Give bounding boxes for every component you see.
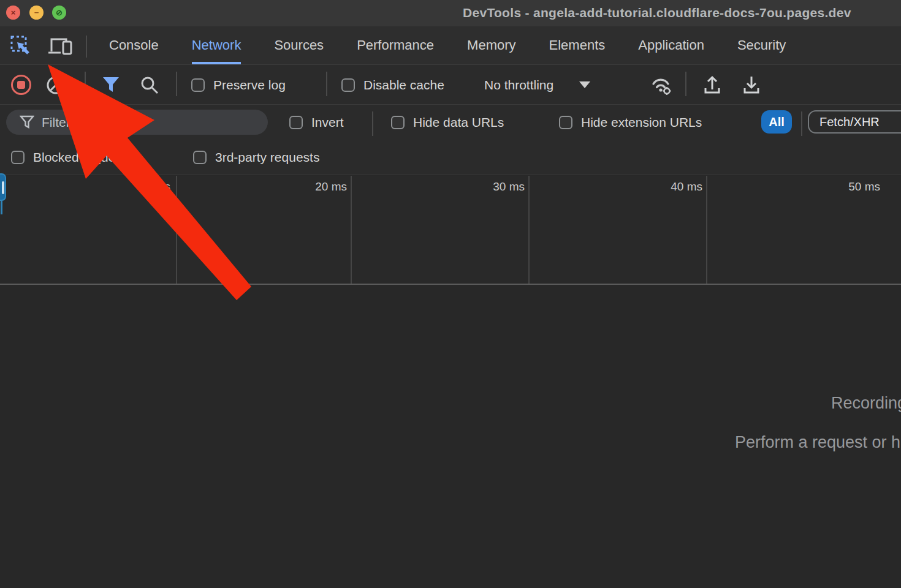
filter-toggle-button[interactable]: [99, 65, 123, 105]
preserve-log-checkbox-item: Preserve log: [191, 78, 286, 92]
throttling-value: No throttling: [484, 78, 553, 92]
tab-console[interactable]: Console: [109, 26, 159, 64]
timeline-gridline: [351, 176, 352, 284]
preserve-log-label: Preserve log: [213, 78, 286, 92]
network-filter-row: Invert Hide data URLs Hide extension URL…: [0, 105, 901, 140]
toolbar-separator: [685, 72, 686, 96]
inspect-element-button[interactable]: [7, 34, 34, 58]
timeline-tick-label: 40 ms: [635, 180, 702, 194]
blocked-requests-checkbox[interactable]: [11, 151, 25, 164]
filter-row-separator: [372, 111, 373, 136]
tab-application[interactable]: Application: [638, 26, 704, 64]
filter-funnel-icon: [101, 75, 121, 95]
recording-status-text: Recording network activity…: [831, 394, 901, 413]
export-har-button[interactable]: [738, 65, 765, 105]
blocked-requests-checkbox-item: Blocked requests: [11, 150, 132, 165]
network-overview-timeline[interactable]: 10 ms 20 ms 30 ms 40 ms 50 ms: [0, 176, 901, 285]
invert-checkbox[interactable]: [289, 116, 303, 129]
tab-security[interactable]: Security: [737, 26, 786, 64]
third-party-requests-checkbox-item: 3rd-party requests: [193, 150, 319, 165]
request-type-fetch-xhr-button[interactable]: Fetch/XHR: [808, 110, 901, 134]
timeline-tick-label: 30 ms: [457, 180, 525, 194]
record-icon: [10, 74, 32, 96]
clear-network-log-button[interactable]: [44, 65, 67, 105]
close-window-icon[interactable]: ×: [6, 6, 20, 20]
toolbar-separator: [176, 72, 177, 96]
overview-drag-handle[interactable]: [0, 173, 6, 201]
third-party-requests-label: 3rd-party requests: [215, 150, 319, 165]
device-toolbar-button[interactable]: [47, 34, 74, 58]
device-toolbar-icon: [47, 35, 73, 57]
hide-data-urls-checkbox[interactable]: [391, 116, 405, 129]
disable-cache-label: Disable cache: [363, 78, 444, 92]
disable-cache-checkbox-item: Disable cache: [341, 78, 444, 92]
inspect-cursor-icon: [9, 35, 32, 57]
search-button[interactable]: [137, 65, 162, 105]
network-options-row: Blocked requests 3rd-party requests: [0, 140, 901, 175]
tab-elements[interactable]: Elements: [549, 26, 606, 64]
timeline-gridline: [528, 176, 530, 284]
timeline-tick-label: 10 ms: [103, 180, 170, 194]
throttling-select[interactable]: No throttling: [484, 65, 590, 105]
timeline-gridline: [706, 176, 707, 284]
network-toolbar: Preserve log Disable cache No throttling: [0, 65, 901, 105]
tab-network[interactable]: Network: [192, 26, 241, 64]
window-title: DevTools - angela-add-tutorial.cloudflar…: [463, 6, 851, 20]
toolbar-separator: [85, 72, 86, 96]
network-conditions-icon: [648, 74, 675, 97]
blocked-requests-label: Blocked requests: [33, 150, 132, 165]
window-titlebar: × − ⊘ DevTools - angela-add-tutorial.clo…: [0, 0, 901, 26]
import-har-button[interactable]: [699, 65, 726, 105]
filter-input[interactable]: [42, 115, 226, 130]
filter-funnel-outline-icon: [20, 115, 34, 130]
network-conditions-button[interactable]: [647, 65, 677, 105]
tab-sources[interactable]: Sources: [274, 26, 324, 64]
disable-cache-checkbox[interactable]: [341, 78, 355, 92]
timeline-tick-label: 20 ms: [279, 180, 347, 194]
hide-extension-urls-checkbox[interactable]: [559, 116, 572, 129]
filter-input-container: [6, 110, 268, 135]
record-network-log-button[interactable]: [9, 65, 32, 105]
hide-extension-urls-label: Hide extension URLs: [581, 115, 702, 130]
third-party-requests-checkbox[interactable]: [193, 151, 207, 164]
request-type-all-button[interactable]: All: [761, 110, 792, 134]
preserve-log-checkbox[interactable]: [191, 78, 205, 92]
tab-performance[interactable]: Performance: [357, 26, 434, 64]
invert-checkbox-item: Invert: [289, 115, 344, 130]
clear-icon: [45, 75, 66, 96]
chevron-down-icon: [579, 81, 590, 88]
zoom-window-icon[interactable]: ⊘: [52, 6, 66, 20]
download-icon: [742, 75, 761, 96]
tabbar-separator: [86, 36, 87, 58]
hide-data-urls-checkbox-item: Hide data URLs: [391, 115, 504, 130]
toolbar-separator: [326, 72, 327, 96]
upload-icon: [702, 75, 722, 96]
search-icon: [139, 75, 160, 96]
hide-extension-urls-checkbox-item: Hide extension URLs: [559, 115, 702, 130]
hide-data-urls-label: Hide data URLs: [413, 115, 504, 130]
panel-tabs: Console Network Sources Performance Memo…: [109, 26, 786, 64]
requests-empty-panel: Recording network activity… Perform a re…: [0, 285, 901, 588]
minimize-window-icon[interactable]: −: [29, 6, 44, 20]
empty-state-hint-text: Perform a request or hit ⌘ R to record t…: [735, 432, 901, 452]
filter-row-separator: [801, 111, 802, 136]
overview-drag-handle-stem: [1, 200, 2, 214]
timeline-tick-label: 50 ms: [813, 180, 880, 194]
timeline-gridline: [176, 176, 177, 284]
invert-label: Invert: [311, 115, 344, 130]
devtools-tabbar: Console Network Sources Performance Memo…: [0, 26, 901, 65]
tab-memory[interactable]: Memory: [467, 26, 515, 64]
